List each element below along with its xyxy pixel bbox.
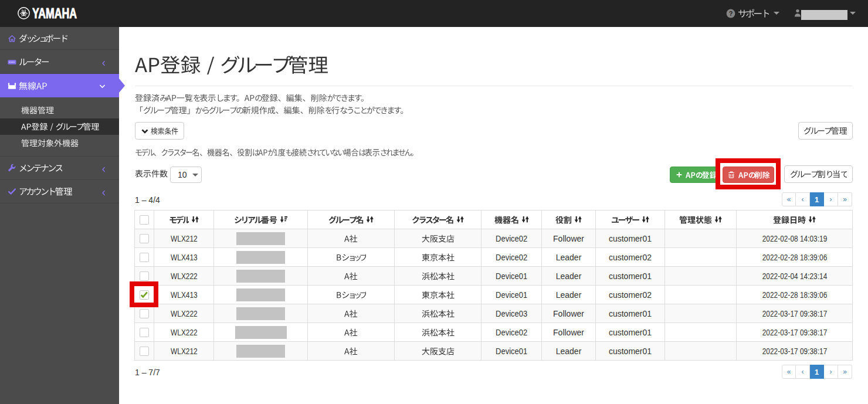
svg-text:?: ? [729,10,733,17]
svg-text:YAMAHA: YAMAHA [32,6,77,21]
